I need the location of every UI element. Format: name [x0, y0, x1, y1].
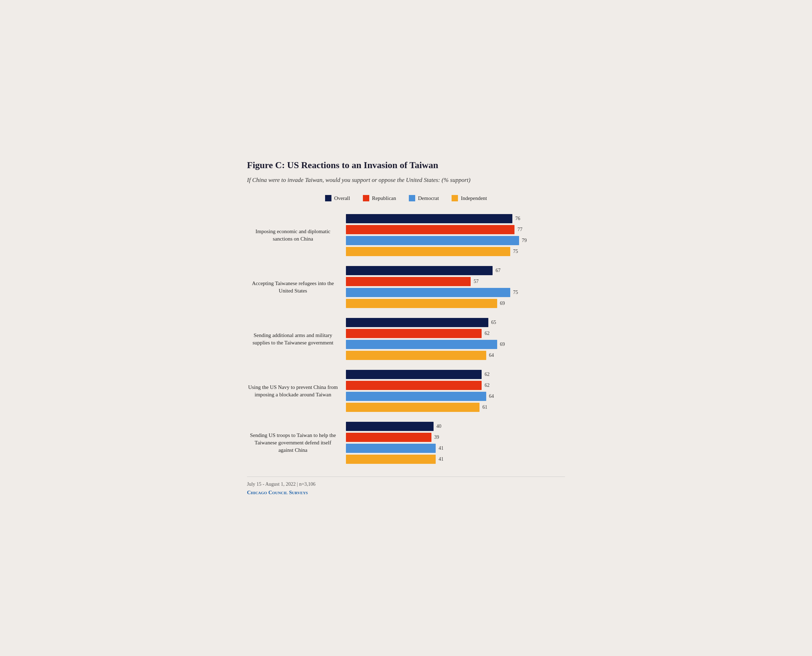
legend-label: Republican [372, 195, 396, 201]
bar-row-4-3: 41 [346, 455, 565, 464]
legend-swatch [452, 195, 458, 201]
legend-label: Independent [461, 195, 487, 201]
legend-item-democrat: Democrat [409, 195, 439, 201]
bar-value-4-0: 40 [436, 424, 441, 429]
legend-swatch [325, 195, 332, 201]
chart-footer: July 15 - August 1, 2022 | n=3,106 Chica… [247, 477, 565, 497]
legend-label: Overall [334, 195, 350, 201]
bar-independent [346, 351, 486, 360]
bar-value-0-0: 76 [515, 216, 520, 221]
bar-overall [346, 422, 434, 431]
footer-org: Chicago Council Surveys [247, 488, 565, 497]
bar-value-0-2: 79 [522, 238, 527, 243]
bar-overall [346, 214, 512, 223]
bar-republican [346, 225, 514, 234]
legend-label: Democrat [418, 195, 439, 201]
bar-republican [346, 277, 471, 286]
bar-value-1-3: 69 [500, 301, 505, 306]
bar-democrat [346, 444, 436, 453]
bar-row-1-2: 75 [346, 288, 565, 297]
bar-republican [346, 433, 431, 442]
category-group-1: Accepting Taiwanese refugees into the Un… [247, 266, 565, 308]
bar-value-3-1: 62 [485, 382, 490, 388]
bar-row-3-3: 61 [346, 403, 565, 412]
footer-date: July 15 - August 1, 2022 | n=3,106 [247, 480, 565, 488]
bar-row-0-3: 75 [346, 247, 565, 256]
bar-value-4-3: 41 [439, 456, 443, 462]
bar-value-2-3: 64 [489, 353, 494, 358]
bar-independent [346, 403, 479, 412]
chart-subtitle: If China were to invade Taiwan, would yo… [247, 176, 565, 184]
category-label-4: Sending US troops to Taiwan to help the … [247, 432, 339, 454]
legend-item-republican: Republican [363, 195, 396, 201]
category-group-0: Imposing economic and diplomatic sanctio… [247, 214, 565, 256]
legend-swatch [363, 195, 369, 201]
bar-row-4-2: 41 [346, 444, 565, 453]
category-group-3: Using the US Navy to prevent China from … [247, 370, 565, 412]
bar-value-4-2: 41 [439, 446, 443, 451]
category-group-4: Sending US troops to Taiwan to help the … [247, 422, 565, 464]
bar-value-2-1: 62 [485, 331, 490, 336]
bar-value-1-1: 57 [474, 279, 479, 285]
bar-row-2-0: 65 [346, 318, 565, 327]
bar-democrat [346, 288, 510, 297]
bars-wrapper-2: 65626964 [346, 318, 565, 360]
bars-section: Imposing economic and diplomatic sanctio… [247, 214, 565, 464]
bar-independent [346, 247, 510, 256]
bar-value-3-3: 61 [482, 404, 487, 410]
bar-row-3-2: 64 [346, 392, 565, 401]
bar-value-3-2: 64 [489, 393, 494, 399]
bar-row-3-1: 62 [346, 381, 565, 390]
bar-row-2-2: 69 [346, 340, 565, 349]
bar-row-3-0: 62 [346, 370, 565, 379]
bar-republican [346, 381, 482, 390]
legend: OverallRepublicanDemocratIndependent [247, 195, 565, 201]
bar-overall [346, 370, 482, 379]
bar-overall [346, 266, 493, 275]
bar-democrat [346, 392, 486, 401]
bar-value-2-2: 69 [500, 342, 505, 347]
legend-item-independent: Independent [452, 195, 487, 201]
bars-wrapper-0: 76777975 [346, 214, 565, 256]
bars-wrapper-3: 62626461 [346, 370, 565, 412]
bar-value-2-0: 65 [491, 320, 496, 325]
bar-independent [346, 455, 436, 464]
bars-wrapper-4: 40394141 [346, 422, 565, 464]
bar-value-3-0: 62 [485, 371, 490, 377]
bar-row-4-1: 39 [346, 433, 565, 442]
bar-independent [346, 299, 497, 308]
bar-republican [346, 329, 482, 338]
bar-row-1-0: 67 [346, 266, 565, 275]
legend-swatch [409, 195, 415, 201]
bars-wrapper-1: 67577569 [346, 266, 565, 308]
category-label-0: Imposing economic and diplomatic sanctio… [247, 228, 339, 243]
category-label-3: Using the US Navy to prevent China from … [247, 384, 339, 399]
bar-value-1-2: 75 [513, 290, 518, 296]
category-label-1: Accepting Taiwanese refugees into the Un… [247, 280, 339, 295]
category-label-2: Sending additional arms and military sup… [247, 332, 339, 347]
bar-row-2-3: 64 [346, 351, 565, 360]
footer-divider [247, 477, 565, 477]
bar-value-4-1: 39 [434, 435, 439, 440]
bar-row-1-3: 69 [346, 299, 565, 308]
chart-container: Figure C: US Reactions to an Invasion of… [229, 145, 583, 511]
bar-democrat [346, 340, 497, 349]
bar-row-0-0: 76 [346, 214, 565, 223]
bar-value-0-1: 77 [517, 227, 522, 232]
bar-row-2-1: 62 [346, 329, 565, 338]
bar-democrat [346, 236, 519, 245]
bar-row-1-1: 57 [346, 277, 565, 286]
bar-row-4-0: 40 [346, 422, 565, 431]
bar-row-0-1: 77 [346, 225, 565, 234]
chart-title: Figure C: US Reactions to an Invasion of… [247, 159, 565, 171]
bar-value-0-3: 75 [513, 249, 518, 254]
category-group-2: Sending additional arms and military sup… [247, 318, 565, 360]
bar-row-0-2: 79 [346, 236, 565, 245]
legend-item-overall: Overall [325, 195, 350, 201]
bar-value-1-0: 67 [495, 268, 501, 274]
bar-overall [346, 318, 488, 327]
